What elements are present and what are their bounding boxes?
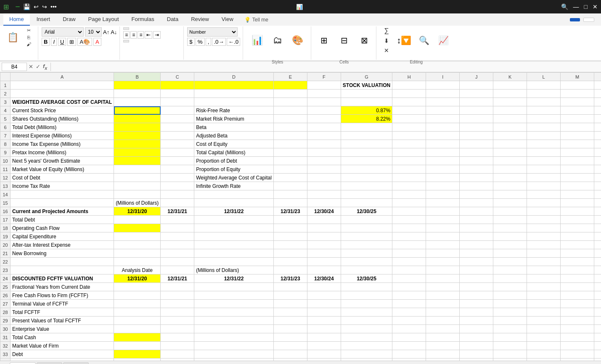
cell-D14[interactable] — [194, 190, 274, 199]
cell-C10[interactable] — [161, 157, 194, 165]
cell-A3[interactable]: WEIGHTED AVERAGE COST OF CAPITAL — [11, 98, 114, 106]
cell-E12[interactable] — [273, 174, 307, 182]
cell-F7[interactable] — [307, 132, 341, 140]
cell-L21[interactable] — [527, 249, 561, 258]
cell-M19[interactable] — [561, 232, 594, 241]
underline-button[interactable]: U — [58, 38, 66, 46]
share-button[interactable] — [570, 18, 580, 21]
cell-C4[interactable] — [161, 106, 194, 115]
cell-F23[interactable] — [307, 266, 341, 274]
cell-H10[interactable] — [392, 157, 426, 165]
cell-F1[interactable] — [307, 81, 341, 90]
cell-B15[interactable]: (Millions of Dollars) — [114, 199, 161, 207]
cell-N18[interactable] — [594, 224, 601, 232]
cell-E9[interactable] — [273, 148, 307, 157]
redo-icon[interactable]: ↪ — [42, 3, 47, 10]
cell-A1[interactable] — [11, 81, 114, 90]
cell-G28[interactable] — [341, 308, 392, 317]
cell-K28[interactable] — [493, 308, 527, 317]
cancel-formula-icon[interactable]: ✕ — [29, 63, 33, 70]
cell-M29[interactable] — [561, 317, 594, 325]
cell-H33[interactable] — [392, 350, 426, 359]
cell-B3[interactable] — [114, 98, 161, 106]
cell-I22[interactable] — [426, 258, 460, 266]
cell-C16[interactable]: 12/31/21 — [161, 207, 194, 216]
cell-I30[interactable] — [426, 325, 460, 333]
cell-F15[interactable] — [307, 199, 341, 207]
cell-G29[interactable] — [341, 317, 392, 325]
cell-J27[interactable] — [460, 300, 493, 308]
cell-J9[interactable] — [460, 148, 493, 157]
cell-C25[interactable] — [161, 283, 194, 291]
cell-F18[interactable] — [307, 224, 341, 232]
cell-D32[interactable] — [194, 342, 274, 350]
cell-I24[interactable] — [426, 274, 460, 283]
cell-I19[interactable] — [426, 232, 460, 241]
cell-K32[interactable] — [493, 342, 527, 350]
cell-H12[interactable] — [392, 174, 426, 182]
cell-H6[interactable] — [392, 123, 426, 132]
cell-N24[interactable] — [594, 274, 601, 283]
cell-N5[interactable] — [594, 115, 601, 123]
cell-H18[interactable] — [392, 224, 426, 232]
cell-B4[interactable] — [114, 106, 161, 115]
cell-D3[interactable] — [194, 98, 274, 106]
cell-E1[interactable] — [273, 81, 307, 90]
cell-A32[interactable]: Market Value of Firm — [11, 342, 114, 350]
cell-D13[interactable]: Infinite Growth Rate — [194, 182, 274, 190]
wrap-text-button[interactable] — [123, 27, 129, 30]
cell-B26[interactable] — [114, 291, 161, 300]
cell-A19[interactable]: Capital Expenditure — [11, 232, 114, 241]
cell-H31[interactable] — [392, 333, 426, 342]
cell-J6[interactable] — [460, 123, 493, 132]
cell-F31[interactable] — [307, 333, 341, 342]
cell-F28[interactable] — [307, 308, 341, 317]
cell-B11[interactable] — [114, 165, 161, 174]
cell-D24[interactable]: 12/31/22 — [194, 274, 274, 283]
cell-K21[interactable] — [493, 249, 527, 258]
tab-data[interactable]: Data — [161, 13, 184, 26]
cell-C32[interactable] — [161, 342, 194, 350]
cell-I10[interactable] — [426, 157, 460, 165]
tab-formulas[interactable]: Formulas — [126, 13, 160, 26]
cell-E15[interactable] — [273, 199, 307, 207]
cell-K29[interactable] — [493, 317, 527, 325]
cell-C14[interactable] — [161, 190, 194, 199]
align-right-button[interactable]: ≡ — [138, 31, 144, 39]
cell-L33[interactable] — [527, 350, 561, 359]
cell-N10[interactable] — [594, 157, 601, 165]
cell-F9[interactable] — [307, 148, 341, 157]
cell-G4[interactable]: 0.87% — [341, 106, 392, 115]
cell-M21[interactable] — [561, 249, 594, 258]
cell-H28[interactable] — [392, 308, 426, 317]
tab-draw[interactable]: Draw — [57, 13, 81, 26]
cell-J13[interactable] — [460, 182, 493, 190]
cell-H29[interactable] — [392, 317, 426, 325]
cell-M3[interactable] — [561, 98, 594, 106]
cut-button[interactable]: ✂ — [22, 27, 35, 34]
cell-H24[interactable] — [392, 274, 426, 283]
cell-D33[interactable] — [194, 350, 274, 359]
cell-E5[interactable] — [273, 115, 307, 123]
cell-G21[interactable] — [341, 249, 392, 258]
undo-icon[interactable]: ↩ — [34, 3, 39, 10]
cell-C15[interactable] — [161, 199, 194, 207]
cell-G5[interactable]: 8.22% — [341, 115, 392, 123]
cell-F3[interactable] — [307, 98, 341, 106]
cell-N6[interactable] — [594, 123, 601, 132]
cell-I31[interactable] — [426, 333, 460, 342]
col-header-i[interactable]: I — [426, 73, 460, 81]
border-button[interactable]: ⊞ — [67, 38, 76, 46]
cell-N26[interactable] — [594, 291, 601, 300]
cell-D9[interactable]: Total Capital (Millions) — [194, 148, 274, 157]
cell-J25[interactable] — [460, 283, 493, 291]
cell-A34[interactable]: Market Value of Equity (FCFTF Method) — [11, 359, 114, 361]
insert-cells-button[interactable]: ⊞ — [315, 26, 333, 55]
cell-M4[interactable] — [561, 106, 594, 115]
cell-L2[interactable] — [527, 90, 561, 98]
cell-K23[interactable] — [493, 266, 527, 274]
cell-G32[interactable] — [341, 342, 392, 350]
cell-I9[interactable] — [426, 148, 460, 157]
cell-H17[interactable] — [392, 216, 426, 224]
cell-C6[interactable] — [161, 123, 194, 132]
